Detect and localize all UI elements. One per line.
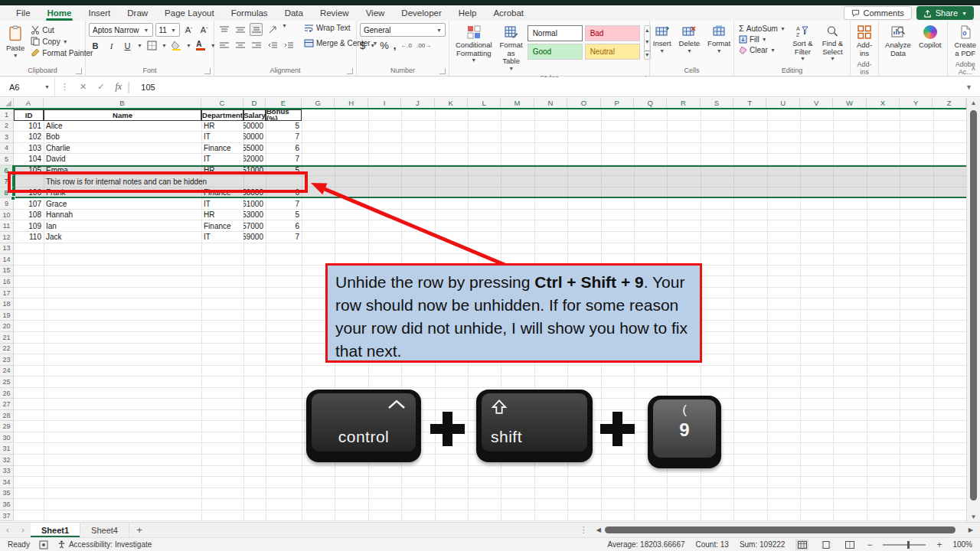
copilot-button[interactable]: Copilot bbox=[916, 23, 945, 52]
table-cell[interactable]: 60000 bbox=[243, 132, 266, 143]
table-cell[interactable]: 61000 bbox=[243, 198, 266, 210]
format-painter-button[interactable]: Format Painter bbox=[29, 47, 94, 58]
analyze-data-button[interactable]: Analyze Data bbox=[882, 23, 914, 60]
column-header-T[interactable]: T bbox=[733, 98, 766, 108]
column-header-C[interactable]: C bbox=[201, 98, 243, 108]
row-header-35[interactable]: 35 bbox=[0, 488, 14, 500]
vertical-scrollbar[interactable]: ▲ ▼ bbox=[966, 98, 980, 522]
confirm-entry-icon[interactable]: ✓ bbox=[92, 82, 109, 92]
zoom-slider[interactable] bbox=[883, 544, 926, 546]
row-header-15[interactable]: 15 bbox=[0, 266, 14, 277]
table-cell[interactable]: 7 bbox=[266, 232, 302, 243]
column-header-L[interactable]: L bbox=[468, 98, 501, 108]
sheet-tab-sheet1[interactable]: Sheet1 bbox=[31, 523, 80, 537]
ribbon-collapse-icon[interactable]: ˄ bbox=[972, 65, 975, 73]
format-cells-button[interactable]: Format ▼ bbox=[704, 23, 733, 56]
column-headers[interactable]: ABCDEGHIJKLMNOPQRSTUVWXYZ bbox=[0, 98, 966, 109]
row-header-34[interactable]: 34 bbox=[0, 477, 14, 488]
menu-tab-data[interactable]: Data bbox=[276, 6, 312, 21]
table-header-cell[interactable]: Department bbox=[201, 109, 243, 121]
menu-tab-help[interactable]: Help bbox=[450, 6, 485, 21]
align-middle-button[interactable] bbox=[234, 23, 247, 36]
column-header-R[interactable]: R bbox=[667, 98, 700, 108]
table-cell[interactable]: David bbox=[44, 154, 201, 165]
row-header-14[interactable]: 14 bbox=[0, 254, 14, 266]
menu-tab-formulas[interactable]: Formulas bbox=[223, 6, 276, 21]
row-header-37[interactable]: 37 bbox=[0, 510, 14, 522]
table-cell[interactable]: Jack bbox=[44, 232, 201, 243]
table-cell[interactable]: 50000 bbox=[243, 121, 266, 132]
table-cell[interactable]: 103 bbox=[14, 143, 44, 155]
table-cell[interactable]: HR bbox=[201, 210, 243, 221]
row-header-2[interactable]: 2 bbox=[0, 121, 14, 132]
row-header-13[interactable]: 13 bbox=[0, 243, 14, 255]
vertical-scroll-thumb[interactable] bbox=[970, 110, 977, 500]
share-button[interactable]: Share ▼ bbox=[916, 6, 974, 20]
table-cell[interactable]: 7 bbox=[266, 132, 302, 143]
menu-tab-draw[interactable]: Draw bbox=[119, 6, 156, 21]
column-header-N[interactable]: N bbox=[534, 98, 567, 108]
table-cell[interactable]: 101 bbox=[14, 121, 44, 132]
decrease-indent-button[interactable] bbox=[266, 39, 279, 52]
table-cell[interactable]: 5 bbox=[266, 121, 302, 132]
alignment-dialog-launcher[interactable] bbox=[347, 68, 353, 74]
cell-style-normal[interactable]: Normal bbox=[528, 25, 583, 41]
row-header-12[interactable]: 12 bbox=[0, 232, 14, 243]
paste-button[interactable]: Paste ▼ bbox=[3, 23, 28, 60]
table-cell[interactable]: 104 bbox=[14, 154, 44, 165]
find-select-button[interactable]: Find & Select ▼ bbox=[818, 23, 847, 64]
table-cell[interactable]: IT bbox=[201, 198, 243, 210]
table-cell[interactable]: Bob bbox=[44, 132, 201, 143]
column-header-H[interactable]: H bbox=[335, 98, 368, 108]
menu-tab-developer[interactable]: Developer bbox=[393, 6, 449, 21]
align-bottom-button[interactable] bbox=[250, 23, 263, 36]
column-header-J[interactable]: J bbox=[401, 98, 434, 108]
row-header-16[interactable]: 16 bbox=[0, 276, 14, 288]
table-cell[interactable]: HR bbox=[201, 121, 243, 132]
scroll-left-icon[interactable]: ◀ bbox=[593, 527, 605, 533]
menu-tab-review[interactable]: Review bbox=[312, 6, 358, 21]
font-color-button[interactable]: A bbox=[194, 39, 207, 52]
table-header-cell[interactable]: Name bbox=[44, 109, 201, 121]
column-header-Y[interactable]: Y bbox=[900, 98, 933, 108]
table-cell[interactable]: Finance bbox=[201, 221, 243, 233]
table-header-cell[interactable]: Bonus (%) bbox=[266, 109, 302, 121]
page-break-view-button[interactable] bbox=[843, 540, 856, 550]
column-header-A[interactable]: A bbox=[14, 98, 44, 108]
borders-button[interactable] bbox=[145, 39, 158, 52]
insert-cells-button[interactable]: Insert ▼ bbox=[650, 23, 675, 56]
fill-color-button[interactable] bbox=[170, 39, 183, 52]
accessibility-status[interactable]: Accessibility: Investigate bbox=[57, 540, 152, 549]
row-header-17[interactable]: 17 bbox=[0, 288, 14, 299]
table-cell[interactable]: Hannah bbox=[44, 210, 201, 221]
table-cell[interactable]: 7 bbox=[266, 154, 302, 165]
zoom-out-button[interactable]: − bbox=[867, 540, 872, 550]
row-header-24[interactable]: 24 bbox=[0, 366, 14, 377]
column-header-Q[interactable]: Q bbox=[634, 98, 667, 108]
table-cell[interactable]: 107 bbox=[14, 198, 44, 210]
decrease-decimal-button[interactable]: .00→ bbox=[416, 42, 431, 49]
table-header-cell[interactable]: ID bbox=[14, 109, 44, 121]
column-header-G[interactable]: G bbox=[302, 98, 335, 108]
table-cell[interactable]: 7 bbox=[266, 198, 302, 210]
column-header-M[interactable]: M bbox=[501, 98, 534, 108]
table-cell[interactable]: Grace bbox=[44, 198, 201, 210]
align-left-button[interactable] bbox=[217, 39, 230, 52]
conditional-formatting-button[interactable]: Conditional Formatting ▼ bbox=[452, 23, 495, 65]
macro-record-icon[interactable] bbox=[39, 540, 48, 549]
menu-tab-page-layout[interactable]: Page Layout bbox=[156, 6, 223, 21]
align-top-button[interactable] bbox=[217, 23, 230, 36]
scrollbar-splitter-icon[interactable]: ⋮ bbox=[575, 525, 593, 535]
comma-button[interactable]: , bbox=[394, 40, 397, 51]
insert-function-button[interactable]: fx bbox=[109, 81, 127, 93]
row-header-21[interactable]: 21 bbox=[0, 332, 14, 344]
table-cell[interactable]: 59000 bbox=[243, 232, 266, 243]
scroll-right-icon[interactable]: ▶ bbox=[965, 527, 977, 533]
row-header-22[interactable]: 22 bbox=[0, 344, 14, 355]
row-header-26[interactable]: 26 bbox=[0, 388, 14, 399]
table-cell[interactable]: Alice bbox=[44, 121, 201, 132]
scroll-down-icon[interactable]: ▼ bbox=[967, 514, 980, 520]
menu-tab-insert[interactable]: Insert bbox=[80, 6, 119, 21]
column-header-X[interactable]: X bbox=[867, 98, 900, 108]
row-header-19[interactable]: 19 bbox=[0, 310, 14, 321]
